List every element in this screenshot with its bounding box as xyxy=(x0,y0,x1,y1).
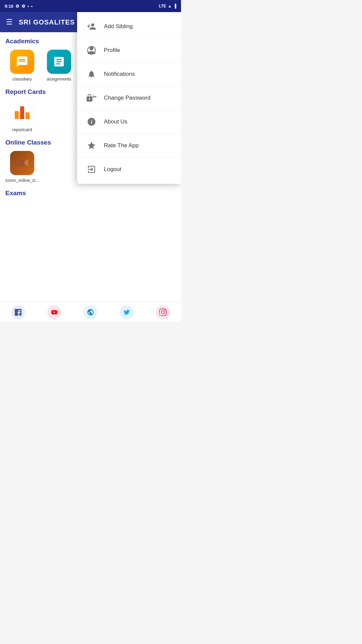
classdiary-icon-box xyxy=(10,50,34,74)
add-sibling-label: Add Sibling xyxy=(104,23,133,30)
bottom-social-bar xyxy=(0,302,181,322)
sim-icon: ▪ xyxy=(27,4,29,9)
status-bar: 9:16 ⚙ ⚙ ▪ • LTE ▲ ▐ xyxy=(0,0,181,12)
bar-chart-icon xyxy=(15,106,29,119)
bell-icon xyxy=(85,68,98,80)
dropdown-item-about-us[interactable]: About Us xyxy=(77,110,181,134)
about-us-label: About Us xyxy=(104,118,127,125)
dropdown-item-rate-app[interactable]: Rate The App xyxy=(77,134,181,158)
twitter-button[interactable] xyxy=(120,305,134,319)
dropdown-item-change-password[interactable]: Change Password xyxy=(77,86,181,110)
logout-label: Logout xyxy=(104,166,121,173)
person-add-icon xyxy=(85,20,98,33)
dropdown-item-add-sibling[interactable]: Add Sibling xyxy=(77,15,181,39)
reportcard-label: reportcard xyxy=(12,127,32,132)
settings-icon-2: ⚙ xyxy=(21,4,25,9)
facebook-button[interactable] xyxy=(11,305,25,319)
svg-rect-1 xyxy=(16,159,24,166)
assignments-icon-box xyxy=(47,50,71,74)
profile-label: Profile xyxy=(104,47,120,54)
profile-icon xyxy=(85,44,98,57)
logout-icon xyxy=(85,163,98,176)
battery-icon: ▐ xyxy=(173,4,176,8)
info-circle-icon xyxy=(85,115,98,128)
exams-title: Exams xyxy=(5,190,176,197)
app-title: SRI GOSALITES xyxy=(19,18,75,26)
status-left: 9:16 ⚙ ⚙ ▪ • xyxy=(5,4,33,9)
assignments-label: assignments xyxy=(47,76,71,82)
instagram-button[interactable] xyxy=(156,305,170,319)
status-right: LTE ▲ ▐ xyxy=(159,4,176,8)
lock-key-icon xyxy=(85,92,98,104)
svg-marker-2 xyxy=(25,159,28,166)
dropdown-item-profile[interactable]: Profile xyxy=(77,39,181,62)
reportcard-item[interactable]: reportcard xyxy=(5,100,39,132)
classdiary-label: classdiary xyxy=(12,76,32,82)
dropdown-item-notifications[interactable]: Notifications xyxy=(77,62,181,86)
dot-icon: • xyxy=(31,4,33,9)
website-button[interactable] xyxy=(83,305,98,319)
exams-section: Exams xyxy=(5,190,176,197)
assignments-item[interactable]: assignments xyxy=(42,50,76,82)
hamburger-menu-icon[interactable]: ☰ xyxy=(6,18,13,26)
settings-icon-1: ⚙ xyxy=(15,4,19,9)
zoom-icon-box xyxy=(10,151,34,175)
rate-app-label: Rate The App xyxy=(104,142,139,149)
dropdown-menu: Add Sibling Profile Notifications Ch xyxy=(77,12,181,184)
time-display: 9:16 xyxy=(5,4,13,9)
lte-label: LTE xyxy=(159,4,166,8)
star-icon xyxy=(85,139,98,152)
signal-icon: ▲ xyxy=(168,4,172,8)
youtube-button[interactable] xyxy=(47,305,61,319)
change-password-label: Change Password xyxy=(104,95,150,101)
zoom-label: zoom_online_cl... xyxy=(5,178,39,183)
zoom-item[interactable]: zoom_online_cl... xyxy=(5,151,39,183)
reportcard-icon-box xyxy=(10,100,34,124)
classdiary-item[interactable]: classdiary xyxy=(5,50,39,82)
dropdown-item-logout[interactable]: Logout xyxy=(77,158,181,181)
notifications-label: Notifications xyxy=(104,71,135,77)
